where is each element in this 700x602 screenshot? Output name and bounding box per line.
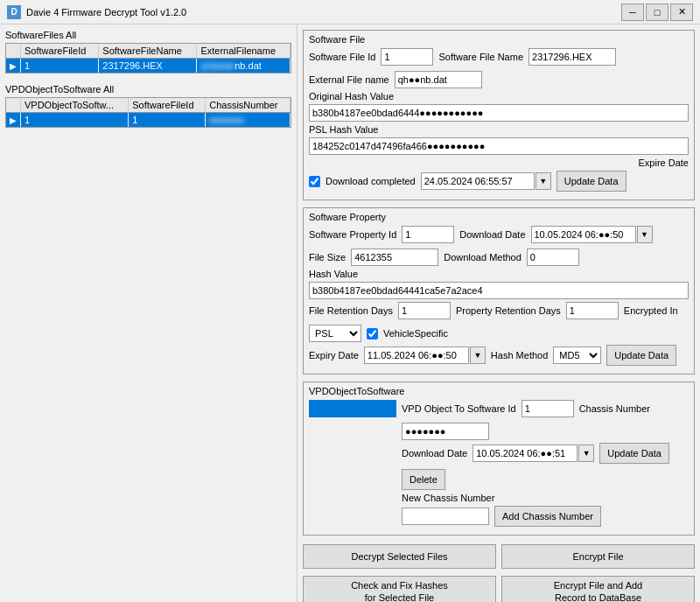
hash-value-input[interactable] bbox=[309, 282, 689, 299]
chassis-number-input[interactable] bbox=[402, 423, 489, 440]
encrypted-in-label: Encrypted In bbox=[624, 305, 678, 316]
encrypt-file-button[interactable]: Encrypt File bbox=[501, 544, 695, 569]
sw-file-id-cell: 1 bbox=[21, 59, 99, 74]
sw-external-name-cell: qh●●●●nb.dat bbox=[197, 59, 290, 74]
app-title: Davie 4 Firmware Decrypt Tool v1.2.0 bbox=[26, 7, 186, 18]
download-date-input[interactable] bbox=[531, 226, 636, 243]
new-chassis-input-row: Add Chassis Number bbox=[402, 506, 689, 527]
chassis-number-label: Chassis Number bbox=[579, 403, 650, 414]
expire-date-label: Expire Date bbox=[639, 158, 689, 168]
left-panel: SoftwareFiles All SoftwareFileId Softwar… bbox=[0, 24, 298, 602]
external-file-name-label: External File name bbox=[309, 74, 389, 85]
sw-file-ids-row: Software File Id Software File Name Exte… bbox=[309, 48, 689, 88]
software-files-table-container: SoftwareFileId SoftwareFileName External… bbox=[5, 43, 291, 74]
vpd-main-row: VPD Object To Software Id Chassis Number… bbox=[309, 400, 689, 529]
vpd-id-row: VPD Object To Software Id Chassis Number bbox=[402, 400, 689, 440]
psl-hash-row: PSL Hash Value bbox=[309, 124, 689, 135]
expiry-hash-row: Expiry Date ▼ Hash Method MD5 Update Dat… bbox=[309, 345, 689, 366]
check-and-fix-hashes-button[interactable]: Check and Fix Hashesfor Selected File bbox=[303, 576, 496, 602]
software-file-group-title: Software File bbox=[309, 34, 689, 45]
file-size-input[interactable] bbox=[351, 248, 438, 266]
table-row[interactable]: ▶ 1 2317296.HEX qh●●●●nb.dat bbox=[6, 59, 290, 74]
delete-button[interactable]: Delete bbox=[402, 469, 445, 490]
hash-method-select[interactable]: MD5 bbox=[553, 346, 601, 364]
expire-date-picker-button[interactable]: ▼ bbox=[536, 172, 551, 190]
right-panel: Software File Software File Id Software … bbox=[298, 24, 700, 602]
vpd-object-group: VPDObjectToSoftware VPD Object To Softwa… bbox=[303, 382, 695, 536]
title-bar: D Davie 4 Firmware Decrypt Tool v1.2.0 ─… bbox=[0, 0, 700, 24]
property-retention-days-label: Property Retention Days bbox=[456, 305, 561, 316]
vpd-col-id: VPDObjectToSoftw... bbox=[21, 98, 129, 113]
expiry-date-input[interactable] bbox=[364, 346, 469, 364]
vpd-id-cell: 1 bbox=[21, 113, 129, 128]
close-button[interactable]: ✕ bbox=[670, 4, 693, 21]
minimize-button[interactable]: ─ bbox=[621, 4, 644, 21]
software-file-group: Software File Software File Id Software … bbox=[303, 30, 695, 200]
maximize-button[interactable]: □ bbox=[646, 4, 668, 21]
sw-property-id-label: Software Property Id bbox=[309, 229, 396, 240]
hash-method-label: Hash Method bbox=[491, 350, 548, 360]
expire-date-row: Expire Date bbox=[309, 158, 689, 168]
psl-hash-value-row bbox=[309, 137, 689, 155]
hash-value-label-row: Hash Value bbox=[309, 269, 689, 279]
col-indicator bbox=[6, 44, 21, 59]
col-software-file-name: SoftwareFileName bbox=[99, 44, 197, 59]
vpd-label: VPDObjectToSoftware All bbox=[5, 84, 291, 94]
hash-value-row bbox=[309, 282, 689, 299]
update-data-button-3[interactable]: Update Data bbox=[599, 443, 669, 464]
sw-file-id-input[interactable] bbox=[381, 48, 433, 66]
vpd-table-row[interactable]: ▶ 1 1 ●●●●●● bbox=[6, 113, 290, 128]
original-hash-input[interactable] bbox=[309, 104, 689, 122]
new-chassis-input[interactable] bbox=[402, 508, 489, 525]
encrypted-in-select[interactable]: PSL bbox=[309, 325, 361, 342]
psl-hash-label: PSL Hash Value bbox=[309, 124, 379, 135]
sw-file-id-label: Software File Id bbox=[309, 52, 375, 62]
sw-property-id-input[interactable] bbox=[402, 226, 454, 243]
vpd-col-chassis: ChassisNumber bbox=[206, 98, 290, 113]
file-retention-days-label: File Retention Days bbox=[309, 305, 393, 316]
update-data-button-1[interactable]: Update Data bbox=[556, 171, 626, 192]
expiry-date-picker-button[interactable]: ▼ bbox=[470, 346, 486, 364]
vpd-table-container: VPDObjectToSoftw... SoftwareFileId Chass… bbox=[5, 97, 291, 128]
hash-value-label: Hash Value bbox=[309, 269, 358, 279]
download-date-picker-button[interactable]: ▼ bbox=[637, 226, 653, 243]
app-icon: D bbox=[7, 5, 21, 19]
vpd-list[interactable] bbox=[309, 400, 396, 417]
vpd-id-label: VPD Object To Software Id bbox=[402, 403, 516, 414]
original-hash-row: Original Hash Value bbox=[309, 91, 689, 102]
property-retention-days-input[interactable] bbox=[566, 302, 619, 319]
vpd-date-picker-button[interactable]: ▼ bbox=[578, 444, 594, 462]
download-completed-checkbox[interactable] bbox=[309, 176, 320, 187]
decrypt-selected-files-button[interactable]: Decrypt Selected Files bbox=[303, 544, 496, 569]
file-retention-days-input[interactable] bbox=[398, 302, 451, 319]
vpd-download-date-input[interactable] bbox=[472, 444, 578, 462]
row-indicator: ▶ bbox=[6, 59, 21, 74]
expire-date-input[interactable] bbox=[421, 172, 535, 190]
vehicle-specific-checkbox[interactable] bbox=[367, 328, 378, 340]
download-completed-label: Download completed bbox=[326, 176, 416, 186]
vpd-col-sw-file-id: SoftwareFileId bbox=[129, 98, 206, 113]
add-chassis-button[interactable]: Add Chassis Number bbox=[494, 506, 601, 527]
col-software-file-id: SoftwareFileId bbox=[21, 44, 99, 59]
software-files-label: SoftwareFiles All bbox=[5, 30, 291, 40]
download-date-container: ▼ bbox=[531, 226, 653, 243]
retention-row: File Retention Days Property Retention D… bbox=[309, 302, 689, 342]
action-row-1: Decrypt Selected Files Encrypt File bbox=[303, 544, 695, 569]
vehicle-specific-label: VehicleSpecific bbox=[383, 328, 448, 339]
download-method-input[interactable] bbox=[527, 248, 579, 266]
vpd-chassis-cell: ●●●●●● bbox=[206, 113, 290, 128]
external-file-name-input[interactable] bbox=[395, 71, 482, 88]
psl-hash-input[interactable] bbox=[309, 137, 689, 155]
file-size-label: File Size bbox=[309, 252, 346, 262]
col-external-filename: ExternalFilename bbox=[197, 44, 290, 59]
vpd-download-date-container: ▼ bbox=[472, 444, 594, 462]
vpd-download-date-label: Download Date bbox=[402, 448, 467, 458]
sw-file-name-cell: 2317296.HEX bbox=[99, 59, 197, 74]
vpd-col-indicator bbox=[6, 98, 21, 113]
encrypt-file-add-record-button[interactable]: Encrypt File and AddRecord to DataBase bbox=[501, 576, 695, 602]
vpd-id-input[interactable] bbox=[522, 400, 574, 417]
sw-file-name-input[interactable] bbox=[528, 48, 616, 66]
expire-datetime-container: ▼ bbox=[421, 172, 551, 190]
vpd-list-container bbox=[309, 400, 396, 529]
update-data-button-2[interactable]: Update Data bbox=[606, 345, 676, 366]
